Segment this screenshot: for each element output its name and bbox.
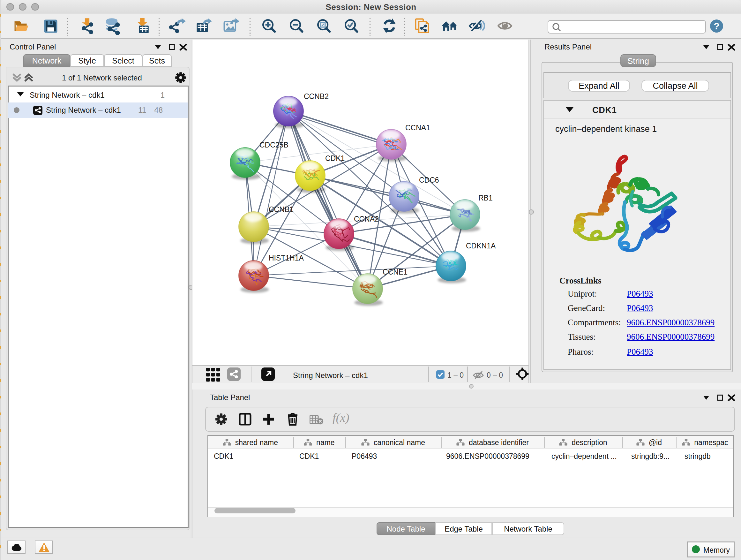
svg-text:?: ?: [714, 21, 720, 31]
